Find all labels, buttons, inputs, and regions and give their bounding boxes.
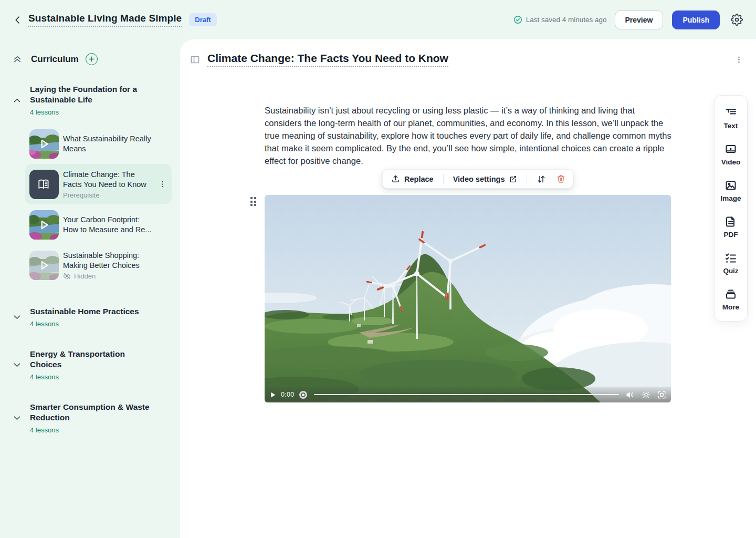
gear-icon [642, 390, 650, 399]
last-saved-text: Last saved 4 minutes ago [526, 16, 607, 24]
settings-button[interactable] [731, 14, 743, 26]
video-icon [724, 143, 737, 156]
move-block-button[interactable] [531, 171, 551, 187]
delete-block-button[interactable] [552, 171, 570, 187]
autosave-status: Last saved 4 minutes ago [513, 15, 607, 24]
section-header-foundation[interactable]: Laying the Foundation for a Sustainable … [13, 84, 180, 116]
publish-button[interactable]: Publish [672, 11, 720, 29]
play-icon [29, 129, 59, 159]
more-blocks-button[interactable]: More [722, 288, 739, 311]
reading-lesson-tile [29, 170, 59, 199]
insert-quiz-button[interactable]: Quiz [723, 252, 738, 275]
collapse-all-button[interactable] [13, 55, 22, 64]
section-title: Sustainable Home Practices [30, 306, 156, 317]
lesson-item-climate-change[interactable]: Climate Change: The Facts You Need to Kn… [25, 164, 172, 204]
insert-image-button[interactable]: Image [720, 179, 741, 202]
pdf-icon [724, 215, 737, 228]
section-header-energy-transportation[interactable]: Energy & Transportation Choices 4 lesson… [13, 349, 180, 381]
video-controls-bar: 0:00 [265, 387, 671, 402]
section-lesson-count: 4 lessons [30, 320, 156, 328]
status-badge: Draft [189, 13, 216, 26]
lesson-title: Your Carbon Footprint: How to Measure an… [63, 215, 153, 235]
lesson-menu-button[interactable] [159, 180, 166, 188]
current-time: 0:00 [281, 391, 295, 398]
section-header-smarter-consumption[interactable]: Smarter Consumption & Waste Reduction 4 … [13, 402, 180, 434]
wind-farm-video-frame [265, 195, 671, 402]
play-icon [29, 251, 59, 280]
curriculum-sidebar: Curriculum Laying the Foundation for a S… [0, 39, 180, 538]
section-header-home-practices[interactable]: Sustainable Home Practices 4 lessons [13, 306, 180, 328]
eye-off-icon [63, 272, 71, 280]
lesson-title: Sustainable Shopping: Making Better Choi… [63, 251, 153, 271]
replace-video-button[interactable]: Replace [386, 171, 439, 187]
double-chevron-up-icon [13, 55, 22, 64]
quiz-icon [724, 252, 737, 264]
lesson-title: What Sustainability Really Means [63, 134, 153, 154]
gear-icon [731, 14, 743, 26]
volume-icon [626, 390, 635, 399]
lesson-item-sustainable-shopping[interactable]: Sustainable Shopping: Making Better Choi… [25, 245, 172, 285]
lesson-editor-header: Climate Change: The Facts You Need to Kn… [190, 52, 743, 67]
kebab-vertical-icon [159, 180, 166, 188]
fullscreen-button[interactable] [657, 390, 666, 399]
preview-button[interactable]: Preview [615, 11, 664, 29]
course-title[interactable]: Sustainable Living Made Simple [28, 13, 182, 27]
play-button[interactable] [269, 391, 276, 398]
section-lesson-count: 4 lessons [30, 426, 156, 434]
back-button[interactable] [13, 15, 23, 25]
section-title: Smarter Consumption & Waste Reduction [30, 402, 156, 423]
lesson-item-what-sustainability-means[interactable]: What Sustainability Really Means [25, 123, 172, 164]
lesson-page-title[interactable]: Climate Change: The Facts You Need to Kn… [207, 52, 448, 67]
video-thumbnail [29, 129, 59, 159]
player-settings-button[interactable] [642, 390, 650, 399]
insert-text-button[interactable]: Text [724, 107, 738, 130]
lesson-body-text[interactable]: Sustainability isn’t just about recyclin… [265, 104, 671, 167]
video-block-toolbar: Replace Video settings [382, 169, 573, 189]
section-lesson-count: 4 lessons [30, 108, 156, 116]
block-drag-handle[interactable] [250, 197, 262, 209]
curriculum-title: Curriculum [31, 54, 79, 65]
open-book-icon [37, 178, 51, 191]
check-circle-icon [513, 15, 522, 24]
video-settings-button[interactable]: Video settings [448, 172, 523, 187]
lesson-editor: Climate Change: The Facts You Need to Kn… [180, 39, 756, 538]
header-actions: Last saved 4 minutes ago Preview Publish [513, 11, 743, 29]
lesson-prerequisite-label: Prerequisite [63, 191, 153, 199]
chevron-down-icon [13, 413, 22, 422]
plus-icon [88, 56, 95, 63]
external-link-icon [509, 175, 517, 183]
lesson-options-button[interactable] [734, 55, 743, 64]
upload-icon [391, 174, 400, 183]
video-thumbnail-hidden [29, 251, 59, 280]
chevron-up-icon [13, 85, 22, 116]
lesson-hidden-label: Hidden [74, 272, 96, 280]
video-thumbnail [29, 210, 59, 240]
insert-pdf-button[interactable]: PDF [724, 215, 738, 239]
image-icon [724, 179, 737, 192]
add-section-button[interactable] [86, 53, 98, 65]
video-settings-label: Video settings [453, 175, 505, 183]
video-player[interactable]: 0:00 [265, 195, 671, 402]
play-icon [29, 210, 59, 240]
lesson-item-carbon-footprint[interactable]: Your Carbon Footprint: How to Measure an… [25, 204, 172, 245]
sort-arrows-icon [537, 174, 546, 184]
chevron-down-icon [13, 360, 22, 369]
sidebar-toggle-button[interactable] [190, 55, 200, 65]
more-icon [724, 288, 737, 301]
kebab-vertical-icon [734, 55, 743, 64]
seek-bar[interactable] [314, 394, 619, 396]
insert-video-button[interactable]: Video [721, 143, 741, 166]
fullscreen-icon [657, 390, 666, 399]
section-lesson-count: 4 lessons [30, 373, 156, 381]
lesson-list: What Sustainability Really Means Climate… [0, 123, 180, 285]
toolbar-divider [443, 174, 444, 184]
panel-layout-icon [190, 55, 200, 65]
chevron-left-icon [13, 15, 23, 25]
text-icon [724, 107, 737, 119]
volume-button[interactable] [626, 390, 635, 399]
seek-handle[interactable] [299, 391, 307, 399]
play-icon [269, 391, 276, 398]
chevron-down-icon [13, 313, 22, 322]
insert-block-palette: Text Video Image PDF Quiz More [714, 95, 748, 322]
app-header: Sustainable Living Made Simple Draft Las… [0, 0, 756, 39]
